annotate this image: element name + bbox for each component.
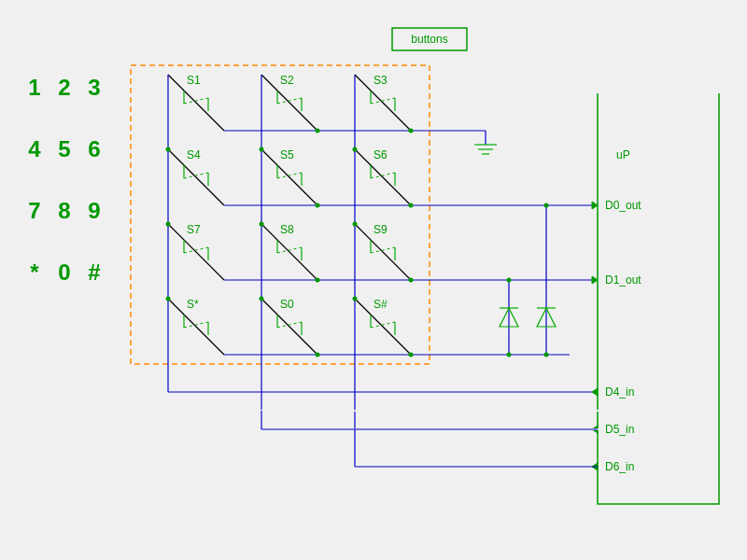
schematic-overlay: [0, 0, 747, 560]
svg-rect-113: [261, 410, 599, 412]
